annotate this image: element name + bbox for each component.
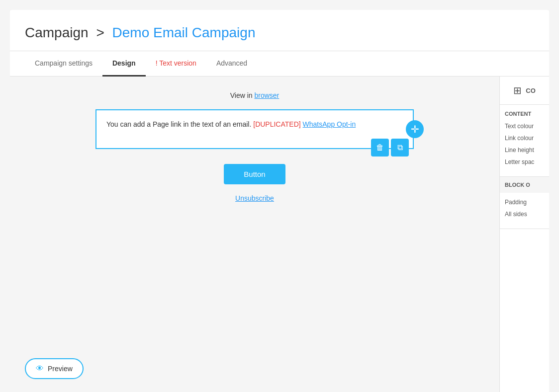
delete-icon: 🗑	[376, 143, 384, 152]
sidebar-content-section: CONTENT Text colour Link colour Line hei…	[500, 105, 549, 177]
main-content: View in browser You can add a Page link …	[10, 77, 549, 392]
breadcrumb-title: Campaign > Demo Email Campaign	[25, 25, 534, 41]
text-colour-property[interactable]: Text colour	[505, 123, 544, 130]
content-section-title: CONTENT	[505, 111, 544, 117]
email-text-block[interactable]: You can add a Page link in the text of a…	[95, 109, 414, 149]
cta-button-container: Button	[95, 164, 414, 184]
design-area: View in browser You can add a Page link …	[10, 77, 499, 392]
link-colour-property[interactable]: Link colour	[505, 135, 544, 142]
preview-label: Preview	[48, 365, 73, 373]
delete-block-button[interactable]: 🗑	[371, 139, 389, 157]
whatsapp-link[interactable]: WhatsApp Opt-in	[303, 120, 356, 128]
tabs-bar: Campaign settings Design ! Text version …	[10, 51, 549, 77]
grid-icon: ⊞	[513, 84, 522, 96]
preview-button[interactable]: 👁 Preview	[25, 358, 84, 379]
eye-icon: 👁	[36, 364, 44, 373]
right-sidebar: ⊞ CO CONTENT Text colour Link colour Lin…	[499, 77, 549, 392]
letter-spacing-property[interactable]: Letter spac	[505, 158, 544, 165]
padding-property[interactable]: Padding	[505, 199, 544, 206]
browser-link[interactable]: browser	[254, 91, 279, 99]
block-section-title: BLOCK O	[500, 177, 549, 193]
text-block-prefix: You can add a Page link in the text of a…	[106, 120, 253, 128]
breadcrumb-prefix: Campaign	[25, 25, 89, 40]
sidebar-top: ⊞ CO	[500, 77, 549, 105]
cta-button[interactable]: Button	[224, 164, 285, 184]
move-icon: ✛	[411, 123, 419, 135]
tab-campaign-settings[interactable]: Campaign settings	[25, 51, 102, 77]
block-actions: 🗑 ⧉	[371, 139, 409, 157]
all-sides-property[interactable]: All sides	[505, 211, 544, 218]
unsubscribe-container: Unsubscribe	[95, 194, 414, 202]
breadcrumb-separator: >	[96, 25, 104, 40]
tab-advanced[interactable]: Advanced	[206, 51, 257, 77]
tab-text-version[interactable]: ! Text version	[146, 51, 206, 77]
tab-design[interactable]: Design	[102, 51, 146, 77]
sidebar-block-section: Padding All sides	[500, 193, 549, 229]
campaign-name[interactable]: Demo Email Campaign	[112, 25, 256, 40]
duplicated-label: [DUPLICATED]	[253, 120, 300, 128]
move-handle[interactable]: ✛	[406, 120, 424, 138]
line-height-property[interactable]: Line height	[505, 147, 544, 154]
copy-block-button[interactable]: ⧉	[391, 139, 409, 157]
text-block-wrapper: You can add a Page link in the text of a…	[95, 109, 414, 149]
page-header: Campaign > Demo Email Campaign	[10, 10, 549, 51]
view-in-browser: View in browser	[230, 91, 280, 99]
sidebar-top-label: CO	[526, 87, 536, 94]
view-in-browser-text: View in	[230, 91, 255, 99]
unsubscribe-link[interactable]: Unsubscribe	[235, 194, 274, 202]
copy-icon: ⧉	[397, 143, 403, 152]
